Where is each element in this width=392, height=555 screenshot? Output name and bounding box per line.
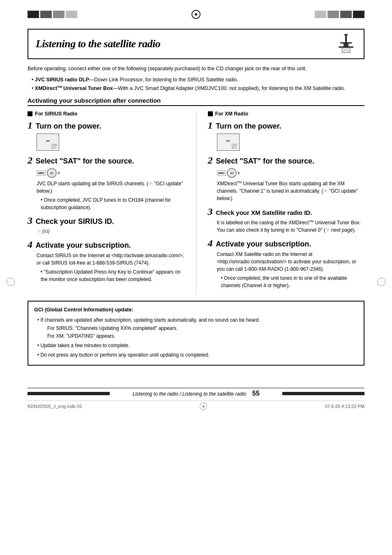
section-heading: Activating your subscription after conne… bbox=[28, 97, 364, 106]
bottom-left-bar bbox=[28, 392, 110, 395]
xm-step-2-title: Select "SAT" for the source. bbox=[216, 157, 314, 165]
xm-step-1-num: 1 bbox=[208, 120, 213, 131]
xm-av-label: AV bbox=[230, 172, 234, 175]
sirius-step-2-num: 2 bbox=[28, 155, 32, 166]
sirius-col-header: For SIRIUS Radio bbox=[28, 111, 184, 117]
sirius-step-4-bullet: "Subscription Updated Press Any Key to C… bbox=[41, 268, 184, 283]
sirius-step-1: 1 Turn on the power. − CH1ATT bbox=[28, 120, 184, 151]
page-number: 55 bbox=[252, 390, 260, 397]
src-dial: AV bbox=[47, 168, 57, 178]
reg-bar bbox=[353, 11, 364, 18]
reg-bar bbox=[28, 11, 39, 18]
registration-circle bbox=[191, 10, 201, 19]
satellite-icon bbox=[336, 34, 356, 54]
xm-header-label: For XM Radio bbox=[215, 111, 249, 117]
reg-bar bbox=[327, 11, 339, 18]
breadcrumb: Listening to the radio / Listening to th… bbox=[132, 391, 246, 397]
reg-bar bbox=[66, 11, 77, 18]
intro-text: Before operating, connect either one of … bbox=[28, 65, 364, 73]
sirius-step-4-text: Contact SIRIUS on the Internet at <http:… bbox=[37, 252, 184, 267]
xm-step-3-title: Check your XM Satellite radio ID. bbox=[216, 209, 312, 216]
xm-step-4: 4 Activate your subscription. Contact XM… bbox=[208, 238, 365, 289]
xm-column: For XM Radio 1 Turn on the power. − CH1A… bbox=[208, 111, 365, 293]
sirius-step-3-title: Check your SIRIUS ID. bbox=[36, 217, 114, 226]
xm-step-1-title: Turn on the power. bbox=[216, 122, 281, 130]
sirius-step-3-ref: ☞ [93] bbox=[37, 228, 184, 235]
svg-rect-1 bbox=[345, 35, 347, 43]
gci-item-3: Do not press any button or perform any o… bbox=[37, 351, 358, 359]
bullet-1-bold: JVC SIRIUS radio DLP bbox=[35, 77, 89, 83]
xm-step-2-num: 2 bbox=[208, 155, 213, 166]
xm-step-2-content: XMDirectTM Universal Tuner Box starts up… bbox=[217, 180, 365, 202]
xm-minus-sign: − bbox=[226, 137, 231, 145]
bullet-item-2: XMDirectTM Universal Tuner Box—With a JV… bbox=[32, 85, 364, 92]
device-label: CH1ATT bbox=[51, 143, 57, 149]
minus-sign: − bbox=[46, 137, 50, 145]
column-divider bbox=[196, 111, 196, 293]
xm-step-4-text: Contact XM Satellite radio on the Intern… bbox=[217, 251, 365, 273]
sirius-step-2-title: Select "SAT" for the source. bbox=[36, 157, 134, 165]
xm-step-4-num: 4 bbox=[208, 238, 213, 249]
gci-title: GCI (Global Control Information) update: bbox=[34, 306, 358, 314]
xm-src-button: SRC AV bbox=[217, 168, 365, 178]
footer-info: KDNXD505_J_eng.indb 55 07.6.25 4:13:22 P… bbox=[28, 401, 364, 410]
sirius-step-4-content: Contact SIRIUS on the Internet at <http:… bbox=[37, 252, 184, 283]
right-registration-mark bbox=[377, 278, 385, 286]
sirius-step-1-title: Turn on the power. bbox=[36, 122, 101, 130]
xm-step-2-text: XMDirectTM Universal Tuner Box starts up… bbox=[217, 180, 365, 202]
reg-bar bbox=[315, 11, 326, 18]
sirius-step-1-num: 1 bbox=[28, 120, 32, 131]
sirius-step-4-num: 4 bbox=[28, 239, 32, 250]
dial-arrow bbox=[58, 171, 60, 175]
sirius-step-4: 4 Activate your subscription. Contact SI… bbox=[28, 239, 184, 283]
footer-center-circle bbox=[200, 403, 207, 410]
page-footer-text: Listening to the radio / Listening to th… bbox=[132, 390, 259, 397]
xm-device-illustration: − CH1ATT bbox=[217, 134, 240, 151]
left-registration-mark bbox=[7, 278, 15, 286]
xm-step-3: 3 Check your XM Satellite radio ID. It i… bbox=[208, 206, 365, 234]
xm-device-label: CH1ATT bbox=[231, 143, 237, 149]
xm-step-3-content: It is labelled on the casing of the XMDi… bbox=[217, 219, 365, 234]
xm-src-dial: AV bbox=[227, 168, 237, 178]
page-title: Listening to the satellite radio bbox=[36, 38, 160, 50]
sirius-step-3: 3 Check your SIRIUS ID. ☞ [93] bbox=[28, 215, 184, 235]
xm-header-bar bbox=[208, 111, 213, 116]
svg-rect-2 bbox=[340, 42, 352, 44]
sirius-step-2-bullet: Once completed, JVC DLP tunes in to CH18… bbox=[41, 196, 184, 211]
gci-box: GCI (Global Control Information) update:… bbox=[28, 301, 364, 366]
reg-bar bbox=[40, 11, 52, 18]
xm-src-label: SRC bbox=[217, 170, 226, 176]
gci-sub-sirius: For SIRIUS: "Channels Updating XX% compl… bbox=[47, 325, 358, 332]
page: Listening to the satellite radio Before … bbox=[0, 0, 392, 555]
src-label: SRC bbox=[37, 170, 46, 176]
sirius-header-label: For SIRIUS Radio bbox=[35, 111, 77, 117]
sirius-step-3-num: 3 bbox=[28, 215, 32, 226]
sirius-step-3-content: ☞ [93] bbox=[37, 228, 184, 235]
sirius-step-2-content: JVC DLP starts updating all the SIRIUS c… bbox=[37, 180, 184, 211]
reg-bar bbox=[53, 11, 65, 18]
sirius-header-bar bbox=[28, 111, 32, 116]
two-col-layout: For SIRIUS Radio 1 Turn on the power. − … bbox=[28, 111, 364, 293]
footer-file: KDNXD505_J_eng.indb 55 bbox=[28, 404, 82, 409]
bottom-right-bar bbox=[282, 392, 364, 395]
xm-col-header: For XM Radio bbox=[208, 111, 365, 117]
sirius-device-illustration: − CH1ATT bbox=[37, 134, 59, 151]
xm-step-4-title: Activate your subscription. bbox=[216, 240, 311, 248]
footer-date: 07.6.25 4:13:22 PM bbox=[325, 404, 364, 409]
xm-step-4-content: Contact XM Satellite radio on the Intern… bbox=[217, 251, 365, 289]
sirius-column: For SIRIUS Radio 1 Turn on the power. − … bbox=[28, 111, 184, 287]
gci-sub-items: For SIRIUS: "Channels Updating XX% compl… bbox=[37, 325, 358, 340]
gci-sub-xm: For XM: "UPDATING" appears. bbox=[47, 332, 358, 340]
reg-bar bbox=[340, 11, 352, 18]
gci-item-2: Update takes a few minutes to complete. bbox=[37, 342, 358, 350]
xm-dial-arrow bbox=[238, 171, 240, 175]
xm-step-3-text: It is labelled on the casing of the XMDi… bbox=[217, 219, 365, 234]
svg-rect-0 bbox=[344, 34, 348, 35]
bullet-item-1: JVC SIRIUS radio DLP—Down Link Processor… bbox=[32, 76, 364, 84]
xm-step-1: 1 Turn on the power. − CH1ATT bbox=[208, 120, 365, 151]
bullet-list: JVC SIRIUS radio DLP—Down Link Processor… bbox=[28, 76, 364, 92]
gci-item-1: If channels are updated after subscripti… bbox=[37, 316, 358, 340]
sirius-step-4-title: Activate your subscription. bbox=[36, 241, 131, 249]
svg-rect-3 bbox=[344, 44, 348, 47]
av-label: AV bbox=[50, 172, 53, 175]
